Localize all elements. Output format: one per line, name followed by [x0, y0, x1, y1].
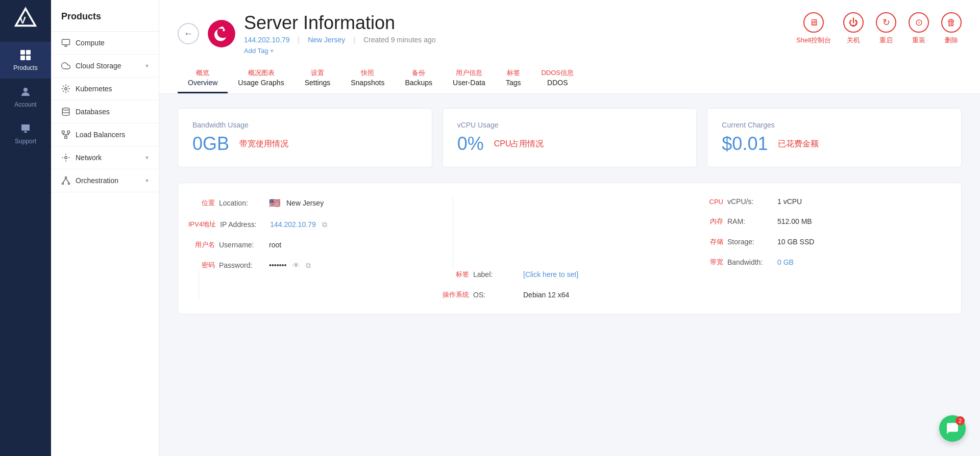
svg-rect-2 [20, 50, 25, 55]
label-key: Label: [473, 270, 519, 278]
restart-button[interactable]: ↻ 重启 [876, 12, 896, 45]
svg-point-15 [62, 183, 64, 185]
sidebar-item-kubernetes[interactable]: Kubernetes [51, 78, 159, 100]
tab-tags-zh: 标签 [507, 68, 520, 78]
svg-point-14 [65, 177, 67, 179]
ram-key: RAM: [727, 217, 773, 225]
nav-support-label: Support [15, 138, 36, 145]
password-key: Password: [219, 261, 265, 269]
network-chevron-icon: ▾ [145, 154, 149, 161]
sidebar-item-databases[interactable]: Databases [51, 100, 159, 123]
delete-button[interactable]: 🗑 删除 [941, 12, 962, 45]
svg-point-6 [23, 88, 28, 92]
os-row: 操作系统 OS: Debian 12 x64 [443, 290, 697, 299]
vcpu-card: vCPU Usage 0% CPU占用情况 [443, 108, 697, 167]
sidebar-compute-label: Compute [76, 39, 105, 47]
os-val: Debian 12 x64 [523, 291, 569, 299]
icon-nav: V Products Account Support [0, 0, 51, 456]
svg-rect-7 [62, 39, 70, 45]
tab-user-data-en: User-Data [453, 79, 485, 87]
reinstall-label: 重装 [912, 36, 925, 45]
username-row: 用户名 Username: root [188, 240, 443, 249]
sidebar-kubernetes-label: Kubernetes [76, 85, 112, 93]
server-ip: 144.202.10.79 [244, 36, 290, 44]
storage-val: 10 GB SSD [777, 238, 814, 246]
delete-label: 删除 [945, 36, 958, 45]
username-zh: 用户名 [188, 240, 215, 249]
power-icon: ⏻ [843, 12, 864, 33]
sidebar-title: Products [51, 0, 159, 32]
chat-badge: 2 [955, 416, 965, 425]
sidebar-item-support[interactable]: Support [0, 115, 51, 152]
metrics-row: Bandwidth Usage 0GB 带宽使用情况 vCPU Usage 0%… [159, 94, 980, 178]
svg-rect-11 [67, 131, 70, 134]
sidebar-item-account[interactable]: Account [0, 79, 51, 115]
reinstall-button[interactable]: ⊙ 重装 [909, 12, 929, 45]
divider-1 [453, 197, 453, 270]
bandwidth-zh: 带宽使用情况 [239, 139, 288, 149]
os-zh: 操作系统 [443, 290, 469, 299]
ram-zh: 内存 [697, 217, 723, 226]
tab-settings[interactable]: 设置 Settings [295, 63, 341, 93]
tab-user-data[interactable]: 用户信息 User-Data [443, 63, 496, 93]
shell-console-button[interactable]: 🖥 Shell控制台 [796, 12, 831, 45]
tab-tags[interactable]: 标签 Tags [496, 63, 531, 93]
sidebar-item-network[interactable]: Network ▾ [51, 146, 159, 169]
info-grid: 位置 Location: 🇺🇸 New Jersey IPV4地址 IP Add… [178, 183, 962, 314]
sidebar-item-compute[interactable]: Compute [51, 32, 159, 55]
tab-backups[interactable]: 备份 Backups [395, 63, 443, 93]
sidebar-item-products[interactable]: Products [0, 42, 51, 79]
charges-label: Current Charges [722, 121, 947, 129]
bandwidth-value: 0GB [192, 133, 229, 155]
username-key: Username: [219, 241, 265, 249]
sidebar-item-cloud-storage[interactable]: Cloud Storage ▾ [51, 55, 159, 78]
bandwidth-info-val: 0 GB [777, 258, 794, 266]
charges-card: Current Charges $0.01 已花费金额 [707, 108, 962, 167]
svg-point-8 [65, 88, 67, 90]
us-flag-icon: 🇺🇸 [269, 197, 280, 209]
tab-settings-en: Settings [305, 79, 331, 87]
vcpu-value: 0% [457, 133, 484, 155]
ip-row: IPV4地址 IP Address: 144.202.10.79 ⧉ [188, 220, 443, 229]
ram-row: 内存 RAM: 512.00 MB [697, 217, 951, 226]
label-val[interactable]: [Click here to set] [523, 270, 578, 278]
sidebar-item-load-balancers[interactable]: Load Balancers [51, 123, 159, 146]
password-row: 密码 Password: ••••••• 👁 ⧉ [188, 261, 443, 270]
add-tag-button[interactable]: Add Tag + [244, 47, 274, 55]
svg-rect-4 [20, 56, 25, 60]
delete-icon: 🗑 [941, 12, 962, 33]
cpu-key: vCPU/s: [727, 197, 773, 206]
chat-fab-button[interactable]: 2 [939, 415, 966, 442]
orchestration-chevron-icon: ▾ [145, 177, 149, 184]
server-location: New Jersey [308, 36, 345, 44]
tab-usage-graphs[interactable]: 概况图表 Usage Graphs [228, 63, 294, 93]
location-key: Location: [219, 199, 265, 207]
vcpu-zh: CPU占用情况 [494, 139, 544, 149]
tab-overview[interactable]: 概览 Overview [178, 63, 228, 93]
debian-logo [207, 19, 236, 48]
back-button[interactable]: ← [178, 23, 199, 44]
info-col-left: 位置 Location: 🇺🇸 New Jersey IPV4地址 IP Add… [188, 197, 443, 270]
bandwidth-card: Bandwidth Usage 0GB 带宽使用情况 [178, 108, 432, 167]
tab-ddos[interactable]: DDOS信息 DDOS [531, 63, 584, 93]
location-row: 位置 Location: 🇺🇸 New Jersey [188, 197, 443, 209]
copy-ip-icon[interactable]: ⧉ [322, 220, 327, 229]
tab-usage-graphs-zh: 概况图表 [248, 68, 275, 78]
nav-account-label: Account [14, 101, 36, 108]
copy-password-icon[interactable]: ⧉ [306, 261, 311, 270]
show-password-icon[interactable]: 👁 [292, 261, 300, 269]
shutdown-button[interactable]: ⏻ 关机 [843, 12, 864, 45]
reinstall-icon: ⊙ [909, 12, 929, 33]
bandwidth-info-key: Bandwidth: [727, 258, 773, 266]
sidebar-load-balancers-label: Load Balancers [76, 131, 125, 139]
logo[interactable]: V [12, 5, 39, 32]
sidebar-item-orchestration[interactable]: Orchestration ▾ [51, 169, 159, 192]
tab-snapshots[interactable]: 快照 Snapshots [340, 63, 395, 93]
svg-text:V: V [19, 15, 26, 26]
tab-snapshots-zh: 快照 [361, 68, 374, 78]
svg-point-17 [208, 20, 235, 47]
svg-rect-5 [26, 56, 31, 60]
tab-usage-graphs-en: Usage Graphs [238, 79, 284, 87]
password-val: ••••••• [269, 261, 286, 269]
tab-tags-en: Tags [506, 79, 521, 87]
